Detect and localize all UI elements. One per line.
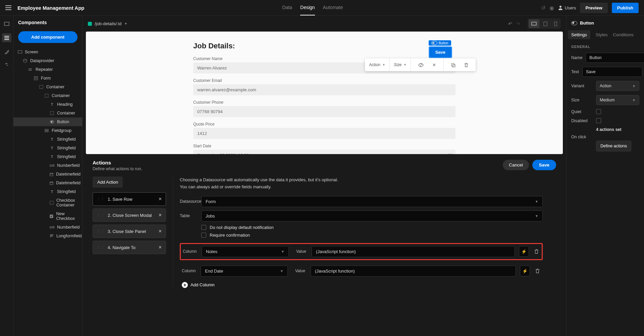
tree-item[interactable]: Datetimefield [13,170,82,179]
tree-item[interactable]: Datetimefield [13,179,82,187]
hamburger-icon[interactable] [5,5,12,10]
tree-item[interactable]: New Checkbox [13,209,82,223]
add-action-button[interactable]: Add Action [93,177,123,188]
tree-item[interactable]: TStringfield [13,144,82,152]
tree-item[interactable]: 123Numberfield [13,223,82,232]
datasource-select[interactable]: Form▼ [201,196,543,207]
bolt-icon[interactable]: ⚡ [519,246,529,257]
links-icon[interactable] [4,61,9,66]
tab-data[interactable]: Data [282,0,292,15]
revert-icon[interactable]: ↺ [541,5,545,11]
redo-icon[interactable]: ↷ [516,21,520,27]
tree-item[interactable]: Dataprovider [13,56,82,65]
users-button[interactable]: Users [558,5,576,10]
size-select[interactable]: Medium▼ [596,95,639,105]
close-icon[interactable]: × [159,244,162,250]
tree-item[interactable]: Container [13,109,82,117]
tree-item[interactable]: Container [13,83,82,91]
notification-checkbox-row[interactable]: Do not display default notification [180,225,543,230]
device-desktop-icon[interactable] [529,19,539,28]
define-actions-button[interactable]: Define actions [596,141,631,151]
variant-select[interactable]: Action▼ [596,81,639,91]
close-icon[interactable]: × [159,228,162,234]
action-item[interactable]: ⋮⋮1. Save Row× [93,192,166,206]
field-input[interactable] [193,150,455,154]
theme-icon[interactable] [4,49,9,54]
column-select[interactable]: Notes▼ [202,246,289,257]
trash-icon[interactable] [533,249,540,254]
users-label: Users [565,5,576,10]
visibility-icon[interactable] [415,62,427,67]
duplicate-icon[interactable] [448,62,459,67]
tree-item[interactable]: 123Numberfield [13,161,82,170]
field-label: Customer Email [193,78,455,83]
action-item[interactable]: ⋮⋮4. Navigate To× [93,241,166,254]
tree-item[interactable]: Fieldgroup [13,126,82,135]
confirmation-checkbox-row[interactable]: Require confirmation [180,233,543,238]
save-actions-button[interactable]: Save [532,160,556,170]
tab-design[interactable]: Design [300,0,315,15]
cancel-button[interactable]: Cancel [503,160,529,170]
drag-handle-icon[interactable]: ⋮⋮ [97,197,104,201]
drag-handle-icon[interactable]: ⋮⋮ [97,229,104,234]
tab-automate[interactable]: Automate [323,0,343,15]
publish-button[interactable]: Publish [612,3,639,13]
bolt-icon[interactable]: ⚡ [520,266,530,276]
tree-item[interactable]: Button [13,117,82,126]
tree-item[interactable]: Repeater [13,65,82,74]
drag-handle-icon[interactable]: ⋮⋮ [97,213,104,218]
svg-point-5 [29,70,29,70]
name-input[interactable] [586,53,644,63]
checkbox-icon[interactable] [201,225,206,230]
column-select[interactable]: End Date▼ [201,266,288,277]
tree-item[interactable]: TStringfield [13,187,82,196]
tab-settings[interactable]: Settings [568,30,590,39]
device-mobile-icon[interactable] [551,19,560,28]
trash-icon[interactable] [534,268,541,274]
value-label: Value [296,249,308,254]
tree-item[interactable]: Longformfield [13,232,82,240]
value-input[interactable]: (JavaScript function) [311,266,516,277]
tree-item[interactable]: Container [13,91,82,100]
tab-styles[interactable]: Styles [596,30,607,39]
add-column-button[interactable]: + Add Column [182,282,543,288]
size-dropdown[interactable]: Size▼ [390,58,411,71]
quiet-checkbox[interactable] [596,109,601,114]
value-label: Value [295,269,307,273]
tree-item[interactable]: Checkbox Container [13,196,82,209]
field-input[interactable] [193,106,455,117]
text-input[interactable] [582,67,642,77]
delete-icon[interactable] [461,62,472,67]
tree-item[interactable]: Form [13,74,82,83]
device-tablet-icon[interactable] [541,19,550,28]
close-icon[interactable]: × [159,196,162,202]
magic-icon[interactable]: ✕ [429,62,439,67]
tree-item[interactable]: Screen [13,48,82,56]
screens-icon[interactable] [4,21,9,27]
action-item[interactable]: ⋮⋮3. Close Side Panel× [93,225,166,238]
table-select[interactable]: Jobs▼ [201,210,543,222]
actions-subtitle: Define what actions to run. [93,166,142,171]
action-dropdown[interactable]: Action▼ [365,58,389,71]
add-component-button[interactable]: Add component [18,31,77,43]
tree-item[interactable]: TStringfield [13,135,82,144]
field-input[interactable] [193,128,455,139]
close-icon[interactable]: × [159,212,162,218]
save-button-preview[interactable]: Save [429,46,452,58]
value-input[interactable]: (JavaScript function) [312,246,515,257]
disabled-checkbox[interactable] [596,118,601,123]
tab-conditions[interactable]: Conditions [613,30,633,39]
globe-icon[interactable]: ◉ [549,5,554,11]
svg-rect-12 [50,173,53,176]
action-item[interactable]: ⋮⋮2. Close Screen Modal× [93,208,166,222]
drag-handle-icon[interactable]: ⋮⋮ [97,245,104,250]
tree-item[interactable]: TStringfield [13,152,82,161]
preview-button[interactable]: Preview [580,3,607,13]
action-label: 2. Close Screen Modal [108,213,152,218]
tree-item[interactable]: THeading [13,100,82,109]
undo-icon[interactable]: ↶ [508,21,512,27]
checkbox-icon[interactable] [201,233,206,238]
route-selector[interactable]: /job-details/:id ▼ [88,21,127,26]
components-icon[interactable] [2,33,11,43]
field-input[interactable] [193,84,455,95]
